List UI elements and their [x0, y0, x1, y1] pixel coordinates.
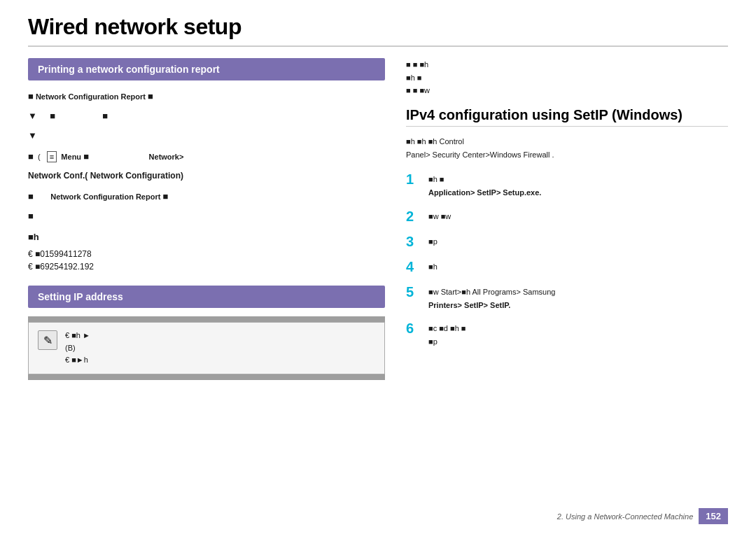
right-top-line-1: ■ ■ ■h: [406, 58, 728, 71]
footer-page-number: 152: [699, 508, 728, 524]
right-top-text: ■ ■ ■h ■h ■ ■ ■ ■w: [406, 58, 728, 97]
step-item-5: 5 ■w Start>■h All Programs> Samsung Prin…: [406, 283, 728, 311]
steps-list: 1 ■h ■ Application> SetIP> Setup.exe.: [406, 171, 728, 348]
step-text-3: ■p: [428, 233, 438, 248]
icon-char-11: ■: [28, 211, 34, 221]
title-divider: [28, 45, 728, 47]
ip-box-line3: € ■►h: [65, 354, 90, 367]
left-column: Printing a network configuration report …: [28, 58, 385, 508]
icon-char-7: ■: [28, 151, 34, 162]
step-6-line2: ■p: [428, 335, 465, 349]
step-number-4: 4: [406, 258, 420, 275]
step-item-4: 4 ■h: [406, 258, 728, 275]
network-config-text-3: ▼: [28, 128, 385, 143]
ip-box-line1: € ■h ►: [65, 330, 90, 342]
step-5-bold: Printers> SetIP> SetIP.: [428, 301, 510, 309]
intro-line-1: ■h ■h ■h Control: [406, 135, 728, 148]
section-header-ip: Setting IP address: [28, 286, 385, 308]
right-column: ■ ■ ■h ■h ■ ■ ■ ■w IPv4 configuration us…: [406, 58, 728, 508]
network-config-text-1: ■ Network Configuration Report ■: [28, 89, 385, 104]
intro-line-2: Panel> Security Center>Windows Firewall …: [406, 148, 728, 162]
icon-char-9: ■: [28, 191, 34, 202]
ipv4-divider: [406, 126, 728, 127]
step-number-6: 6: [406, 320, 420, 337]
page-footer: 2. Using a Network-Connected Machine 152: [557, 508, 728, 524]
gray-bar-top: [28, 316, 385, 322]
icon-char-2: ■: [148, 91, 153, 101]
ip-box: ✎ € ■h ► (B) € ■►h: [28, 322, 385, 374]
step-item-6: 6 ■c ■d ■h ■ ■p: [406, 320, 728, 348]
icon-char-3: ▼: [28, 111, 37, 121]
step-item-2: 2 ■w ■w: [406, 208, 728, 225]
step-item-3: 3 ■p: [406, 233, 728, 250]
step-number-5: 5: [406, 283, 420, 300]
step-number-3: 3: [406, 233, 420, 250]
step-item-1: 1 ■h ■ Application> SetIP> Setup.exe.: [406, 171, 728, 199]
ip-box-icon: ✎: [37, 330, 58, 351]
setting-ip-section: Setting IP address ✎ € ■h ► (B) € ■►h: [28, 286, 385, 380]
icon-char-10: ■: [162, 191, 168, 202]
icon-char-4: ■: [50, 111, 55, 121]
gray-bar-bottom: [28, 374, 385, 380]
menu-icon: ≡: [47, 151, 57, 162]
step-1-line2: Application> SetIP> Setup.exe.: [428, 186, 541, 199]
step-6-line1: ■c ■d ■h ■: [428, 322, 465, 335]
step-number-2: 2: [406, 208, 420, 225]
section-header-printing: Printing a network configuration report: [28, 58, 385, 80]
page-title: Wired network setup: [28, 14, 728, 40]
step-3-line1: ■p: [428, 235, 438, 248]
icon-char-12: ■h: [28, 232, 39, 242]
content-columns: Printing a network configuration report …: [28, 58, 728, 508]
network-label: Network>: [149, 153, 184, 161]
step-text-1: ■h ■ Application> SetIP> Setup.exe.: [428, 171, 541, 199]
ip-line-2: € ■69254192.192: [28, 262, 385, 272]
step-text-4: ■h: [428, 258, 438, 274]
step-number-1: 1: [406, 171, 420, 188]
ip-box-line2: (B): [65, 342, 90, 355]
network-config-text-7: ■h: [28, 230, 385, 245]
ip-box-text: € ■h ► (B) € ■►h: [65, 330, 90, 367]
menu-label: Menu: [61, 153, 81, 161]
network-config-text-5: ■ Network Configuration Report ■: [28, 189, 385, 204]
step-text-6: ■c ■d ■h ■ ■p: [428, 320, 465, 348]
footer-text: 2. Using a Network-Connected Machine: [557, 512, 693, 521]
icon-char-1: ■: [28, 91, 34, 101]
network-conf-label: Network Conf.( Network Configuration): [28, 169, 385, 183]
icon-char-8: ■: [83, 151, 89, 162]
network-config-text-2: ▼ ■ ■: [28, 108, 385, 124]
network-config-text-6: ■: [28, 209, 385, 224]
step-5-line1: ■w Start>■h All Programs> Samsung: [428, 286, 555, 299]
step-2-line1: ■w ■w: [428, 210, 451, 223]
report-label-2: Network Configuration Report: [50, 192, 160, 201]
icon-char-5: ■: [102, 111, 108, 121]
step-1-bold: Application> SetIP> Setup.exe.: [428, 188, 541, 197]
right-top-line-3: ■ ■ ■w: [406, 84, 728, 97]
step-1-line1: ■h ■: [428, 173, 541, 186]
ipv4-section-title: IPv4 configuration using SetIP (Windows): [406, 107, 728, 123]
right-top-line-2: ■h ■: [406, 71, 728, 85]
ipv4-section: IPv4 configuration using SetIP (Windows)…: [406, 107, 728, 349]
icon-char-6: ▼: [28, 130, 37, 141]
right-intro-text: ■h ■h ■h Control Panel> Security Center>…: [406, 135, 728, 161]
step-text-2: ■w ■w: [428, 208, 451, 223]
edit-icon: ✎: [38, 330, 57, 350]
ip-line-1: € ■01599411278: [28, 249, 385, 259]
network-config-text-4: ■ ( ≡ Menu ■ Network>: [28, 149, 385, 164]
step-4-line1: ■h: [428, 260, 438, 274]
report-label: Network Configuration Report: [36, 92, 146, 101]
step-text-5: ■w Start>■h All Programs> Samsung Printe…: [428, 283, 555, 311]
step-5-line2: Printers> SetIP> SetIP.: [428, 299, 555, 312]
network-config-section: Printing a network configuration report …: [28, 58, 385, 272]
page-container: Wired network setup Printing a network c…: [0, 0, 756, 534]
